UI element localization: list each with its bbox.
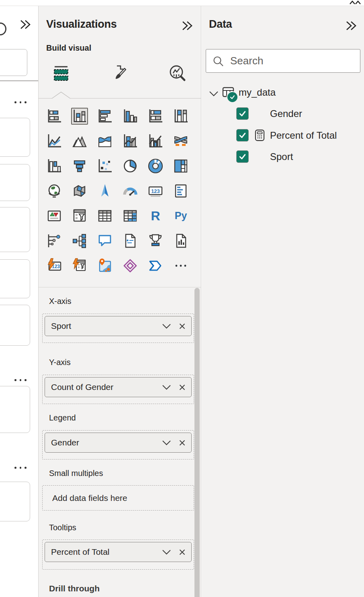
collapse-visualizations-pane-icon[interactable] xyxy=(180,19,194,32)
collapse-filters-pane-icon[interactable] xyxy=(18,18,32,31)
visual-python-visual-icon[interactable]: Py xyxy=(172,207,189,224)
filter-card-fragment[interactable] xyxy=(0,386,30,433)
visual-arcgis-map-icon[interactable] xyxy=(96,257,113,274)
visual-qa-visual-icon[interactable] xyxy=(96,232,113,249)
field-label-percent-of-total[interactable]: Percent of Total xyxy=(270,130,337,141)
remove-field-icon[interactable] xyxy=(178,548,186,556)
visual-slicer-icon[interactable] xyxy=(71,207,88,224)
visual-treemap-icon[interactable] xyxy=(172,158,189,174)
visual-power-apps-icon[interactable] xyxy=(122,257,139,274)
well-small-multiples[interactable]: Add data fields here xyxy=(42,485,194,511)
visual-gauge-icon[interactable] xyxy=(122,183,139,199)
visual-power-automate-icon[interactable] xyxy=(147,257,164,274)
well-x-axis[interactable]: Sport xyxy=(42,314,194,343)
remove-field-icon[interactable] xyxy=(178,384,186,391)
field-pill-count-of-gender[interactable]: Count of Gender xyxy=(45,377,192,397)
well-label-tooltips: Tooltips xyxy=(49,523,76,532)
tab-format-visual[interactable] xyxy=(106,60,133,87)
more-options-icon[interactable] xyxy=(14,467,27,469)
filter-card-fragment[interactable] xyxy=(0,207,30,252)
visual-matrix-icon[interactable] xyxy=(122,207,139,224)
field-pill-sport[interactable]: Sport xyxy=(45,316,192,336)
visual-multi-row-card-icon[interactable] xyxy=(172,183,189,199)
visual-smart-narrative-icon[interactable] xyxy=(122,232,139,249)
well-placeholder-text: Add data fields here xyxy=(43,486,194,510)
field-row-sport: Sport xyxy=(202,150,364,164)
visual-stacked-column-chart-icon[interactable] xyxy=(71,108,88,125)
visual-slicer-new-icon[interactable] xyxy=(71,257,88,274)
field-pill-text: Sport xyxy=(51,321,162,331)
visual-map-icon[interactable] xyxy=(46,183,63,199)
filters-divider xyxy=(0,80,39,81)
visual-pie-chart-icon[interactable] xyxy=(122,158,139,174)
remove-field-icon[interactable] xyxy=(178,439,186,447)
remove-field-icon[interactable] xyxy=(178,322,186,330)
visual-donut-chart-icon[interactable] xyxy=(147,158,164,174)
data-search-box[interactable] xyxy=(206,49,360,73)
checkbox-sport[interactable] xyxy=(236,150,249,163)
visual-area-chart-icon[interactable] xyxy=(71,133,88,150)
visual-r-script-visual-icon[interactable]: R xyxy=(147,207,164,224)
filter-card-fragment[interactable] xyxy=(0,482,30,521)
search-input[interactable] xyxy=(229,54,352,68)
visual-stacked-bar-chart-icon[interactable] xyxy=(46,108,63,125)
collapse-data-pane-icon[interactable] xyxy=(344,19,358,32)
visual-scatter-chart-icon[interactable] xyxy=(96,158,113,174)
checkbox-percent-of-total[interactable] xyxy=(236,129,249,142)
visual-ribbon-chart-icon[interactable] xyxy=(172,133,189,150)
visual-line-and-stacked-column-chart-icon[interactable] xyxy=(122,133,139,150)
vertical-scrollbar[interactable] xyxy=(194,288,200,597)
visual-gallery: 123RPy123 xyxy=(46,108,190,274)
filters-search-box-fragment[interactable] xyxy=(0,49,27,76)
table-name[interactable]: my_data xyxy=(239,87,276,98)
more-options-icon[interactable] xyxy=(14,101,27,103)
well-label-small-multiples: Small multiples xyxy=(49,469,103,478)
visual-stacked-area-chart-icon[interactable] xyxy=(96,133,113,150)
visual-kpi-icon[interactable] xyxy=(46,207,63,224)
checkbox-gender[interactable] xyxy=(236,107,249,120)
format-brush-icon xyxy=(110,64,129,83)
visual-line-and-clustered-column-chart-icon[interactable] xyxy=(147,133,164,150)
visual-filled-map-icon[interactable] xyxy=(71,183,88,199)
field-pill-gender[interactable]: Gender xyxy=(45,433,192,453)
field-label-sport[interactable]: Sport xyxy=(270,151,293,162)
ribbon-collapse-icon[interactable] xyxy=(348,0,362,5)
visual-line-chart-icon[interactable] xyxy=(46,133,63,150)
field-pill-percent-of-total[interactable]: Percent of Total xyxy=(45,542,192,562)
field-pill-text: Count of Gender xyxy=(51,382,162,392)
table-expand-chevron-icon[interactable] xyxy=(208,88,220,100)
visual-more-visuals-icon[interactable] xyxy=(172,257,189,274)
visual-card-icon[interactable]: 123 xyxy=(147,183,164,199)
filter-card-fragment[interactable] xyxy=(0,164,30,201)
visual-key-influencers-icon[interactable] xyxy=(46,232,63,249)
field-label-gender[interactable]: Gender xyxy=(270,108,302,119)
visual-clustered-column-chart-icon[interactable] xyxy=(122,108,139,125)
visual-hundred-stacked-column-chart-icon[interactable] xyxy=(172,108,189,125)
analytics-magnifier-icon xyxy=(168,64,188,84)
well-tooltips[interactable]: Percent of Total xyxy=(42,540,194,570)
well-legend[interactable]: Gender xyxy=(42,430,194,460)
more-options-icon[interactable] xyxy=(14,379,27,381)
visual-card-new-icon[interactable]: 123 xyxy=(46,257,63,274)
well-y-axis[interactable]: Count of Gender xyxy=(42,375,194,404)
tab-build-visual[interactable] xyxy=(47,60,75,87)
filter-card-fragment[interactable] xyxy=(0,259,30,298)
visual-decomposition-tree-icon[interactable] xyxy=(71,232,88,249)
filter-card-fragment[interactable] xyxy=(0,305,30,346)
filter-card-fragment[interactable] xyxy=(0,118,30,157)
visual-table-icon[interactable] xyxy=(96,207,113,224)
visual-waterfall-chart-icon[interactable] xyxy=(46,158,63,174)
visual-clustered-bar-chart-icon[interactable] xyxy=(96,108,113,125)
tab-analytics[interactable] xyxy=(164,60,191,87)
field-dropdown-icon[interactable] xyxy=(162,549,172,556)
visual-paginated-report-icon[interactable] xyxy=(172,232,189,249)
data-pane: Data my_data GenderPercent of TotalSport xyxy=(202,6,364,597)
visualizations-pane: Visualizations Build visual 123RPy123 X-… xyxy=(39,6,201,597)
field-dropdown-icon[interactable] xyxy=(162,439,172,446)
visual-hundred-stacked-bar-chart-icon[interactable] xyxy=(147,108,164,125)
visual-funnel-chart-icon[interactable] xyxy=(71,158,88,174)
field-dropdown-icon[interactable] xyxy=(162,384,172,391)
field-dropdown-icon[interactable] xyxy=(162,323,172,330)
visual-azure-map-icon[interactable] xyxy=(96,183,113,199)
visual-metrics-icon[interactable] xyxy=(147,232,164,249)
